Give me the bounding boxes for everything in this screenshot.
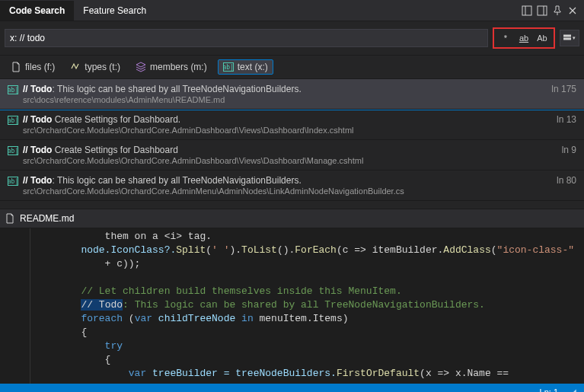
dock-left-icon[interactable]: [520, 4, 534, 18]
filter-text[interactable]: ab| text (x:): [218, 59, 273, 75]
members-icon: [136, 62, 146, 72]
search-options-highlight: * ab Ab: [493, 27, 555, 49]
filter-types-label: types (t:): [85, 62, 120, 72]
svg-rect-4: [563, 35, 571, 37]
whole-word-button[interactable]: ab: [515, 30, 532, 46]
filter-members-label: members (m:): [150, 62, 207, 72]
tab-code-search[interactable]: Code Search: [0, 1, 74, 21]
pin-icon[interactable]: [550, 4, 564, 18]
svg-rect-2: [538, 6, 547, 15]
filter-types[interactable]: types (t:): [65, 60, 125, 74]
text-result-icon: ab|: [8, 146, 18, 155]
result-line: ln 13: [549, 114, 576, 125]
result-line: ln 9: [554, 145, 576, 155]
status-line: Ln: 1: [540, 387, 558, 393]
result-path: src\docs\reference\modules\AdminMenu\REA…: [23, 95, 539, 104]
result-path: src\OrchardCore.Modules\OrchardCore.Admi…: [23, 186, 544, 196]
result-line: ln 80: [549, 175, 576, 186]
filter-members[interactable]: members (m:): [131, 60, 212, 74]
results-list[interactable]: ab| // Todo: This logic can be shared by…: [0, 79, 584, 209]
match-case-button[interactable]: Ab: [534, 30, 550, 46]
open-file-name: README.md: [20, 213, 74, 224]
tab-feature-search[interactable]: Feature Search: [74, 1, 155, 21]
result-item[interactable]: ab| // Todo Create Settings for Dashboar…: [0, 140, 584, 171]
filter-files[interactable]: files (f:): [6, 60, 59, 74]
text-result-icon: ab|: [8, 177, 18, 186]
result-item[interactable]: ab| // Todo: This logic can be shared by…: [0, 171, 584, 201]
text-result-icon: ab|: [8, 85, 18, 94]
result-path: src\OrchardCore.Modules\OrchardCore.Admi…: [23, 156, 550, 165]
filter-files-label: files (f:): [25, 62, 55, 72]
view-mode-button[interactable]: ▾: [560, 30, 579, 46]
close-icon[interactable]: [566, 4, 579, 18]
result-line: ln 175: [544, 84, 576, 94]
types-icon: [70, 62, 81, 72]
text-result-icon: ab|: [8, 116, 18, 125]
result-path: src\OrchardCore.Modules\OrchardCore.Admi…: [23, 126, 544, 135]
result-item[interactable]: ab| // Todo: This logic can be shared by…: [0, 79, 584, 110]
file-icon: [5, 213, 15, 224]
svg-rect-0: [522, 6, 531, 15]
code-preview[interactable]: them on a <i> tag. node.IconClass?.Split…: [0, 228, 584, 384]
dock-right-icon[interactable]: [535, 4, 549, 18]
status-resize-icon[interactable]: ◢: [570, 387, 576, 392]
file-icon: [11, 62, 21, 72]
result-item[interactable]: ab| // Todo Create Settings for Dashboar…: [0, 110, 584, 140]
wildcard-button[interactable]: *: [497, 30, 514, 46]
filter-text-label: text (x:): [238, 62, 268, 72]
svg-rect-5: [563, 38, 571, 40]
search-input[interactable]: [10, 33, 483, 43]
text-icon: ab|: [223, 62, 234, 72]
